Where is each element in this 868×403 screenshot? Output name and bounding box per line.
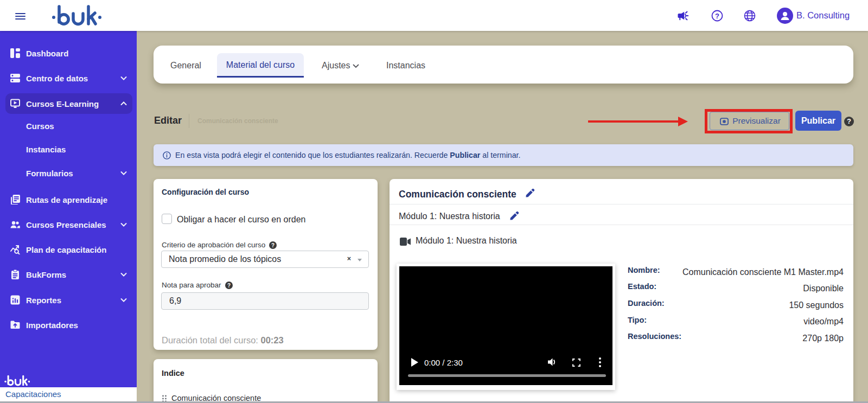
- svg-text:?: ?: [715, 12, 719, 20]
- svg-text:?: ?: [227, 283, 231, 289]
- svg-text:?: ?: [271, 242, 275, 248]
